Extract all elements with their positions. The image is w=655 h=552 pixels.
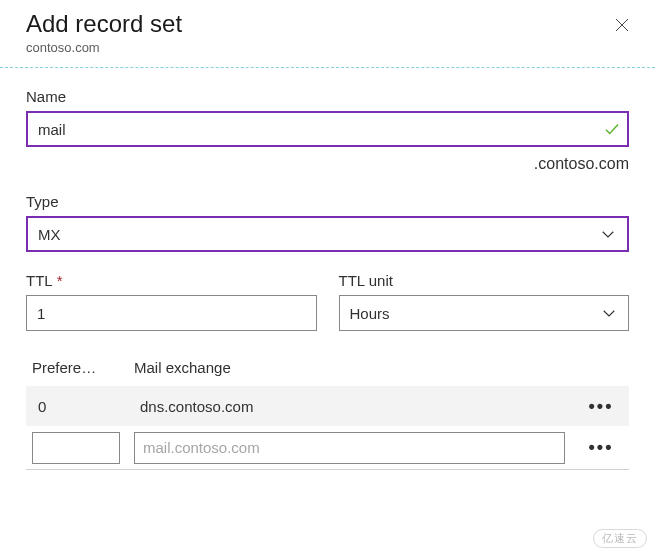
ttl-label: TTL*: [26, 272, 317, 289]
ttl-unit-value: Hours: [350, 305, 390, 322]
panel-title: Add record set: [26, 10, 182, 38]
name-suffix: .contoso.com: [26, 155, 629, 173]
close-button[interactable]: [607, 10, 637, 43]
cell-preference: 0: [32, 398, 134, 415]
column-header-preference: Prefere…: [32, 359, 134, 376]
watermark: 亿速云: [593, 529, 647, 548]
ttl-unit-select[interactable]: Hours: [339, 295, 630, 331]
type-select[interactable]: MX: [26, 216, 629, 252]
ttl-unit-label: TTL unit: [339, 272, 630, 289]
row-actions-button[interactable]: •••: [579, 396, 623, 417]
type-label: Type: [26, 193, 629, 210]
ellipsis-icon: •••: [589, 396, 614, 417]
chevron-down-icon: [600, 304, 618, 322]
table-row: 0 dns.contoso.com •••: [26, 386, 629, 426]
table-row-new: •••: [26, 426, 629, 470]
column-header-mail-exchange: Mail exchange: [134, 359, 629, 376]
row-actions-button[interactable]: •••: [579, 437, 623, 458]
chevron-down-icon: [599, 225, 617, 243]
cell-mail-exchange: dns.contoso.com: [134, 398, 579, 415]
type-value: MX: [38, 226, 61, 243]
panel-subtitle: contoso.com: [26, 40, 182, 55]
required-asterisk: *: [57, 272, 63, 289]
name-input[interactable]: [26, 111, 629, 147]
close-icon: [613, 22, 631, 37]
name-label: Name: [26, 88, 629, 105]
checkmark-icon: [603, 120, 621, 138]
preference-input[interactable]: [32, 432, 120, 464]
ellipsis-icon: •••: [589, 437, 614, 458]
mail-exchange-input[interactable]: [134, 432, 565, 464]
ttl-input[interactable]: [26, 295, 317, 331]
